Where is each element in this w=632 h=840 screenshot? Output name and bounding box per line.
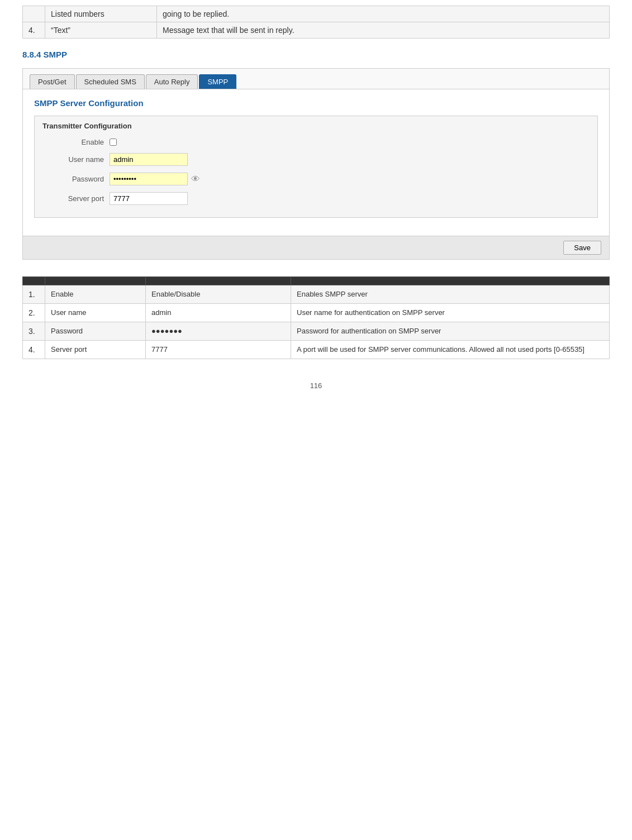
enable-checkbox[interactable] [110, 139, 117, 146]
row-description: User name for authentication on SMPP ser… [291, 304, 610, 322]
row-field-cell: “Text” [45, 22, 157, 39]
th-value [146, 277, 291, 285]
panel-title: SMPP Server Configuration [34, 98, 598, 108]
page-container: Listed numbers going to be replied. 4. “… [0, 0, 632, 412]
table-row: 3. Password ●●●●●●● Password for authent… [23, 322, 610, 341]
row-value: admin [146, 304, 291, 322]
row-desc-cell: Message text that will be sent in reply. [157, 22, 610, 39]
row-value: ●●●●●●● [146, 322, 291, 341]
config-box-title: Transmitter Configuration [42, 122, 590, 130]
table-row: 2. User name admin User name for authent… [23, 304, 610, 322]
row-field: Enable [45, 285, 146, 304]
tabs-bar: Post/Get Scheduled SMS Auto Reply SMPP [23, 69, 609, 89]
th-num [23, 277, 45, 285]
server-port-input[interactable] [110, 192, 188, 205]
row-description: A port will be used for SMPP server comm… [291, 341, 610, 359]
enable-label: Enable [42, 138, 110, 146]
row-num-cell [23, 6, 45, 22]
table-row: 1. Enable Enable/Disable Enables SMPP se… [23, 285, 610, 304]
table-row: 4. “Text” Message text that will be sent… [23, 22, 610, 39]
row-field: User name [45, 304, 146, 322]
row-num-cell: 4. [23, 22, 45, 39]
server-port-field: Server port [42, 192, 590, 205]
username-field: User name [42, 153, 590, 166]
row-num: 2. [23, 304, 45, 322]
row-desc-cell: going to be replied. [157, 6, 610, 22]
table-row: 4. Server port 7777 A port will be used … [23, 341, 610, 359]
row-num: 1. [23, 285, 45, 304]
row-value: Enable/Disable [146, 285, 291, 304]
save-button[interactable]: Save [563, 241, 601, 255]
tab-post-get[interactable]: Post/Get [30, 74, 75, 89]
eye-icon[interactable]: 👁 [191, 174, 200, 184]
password-wrapper: 👁 [110, 173, 200, 185]
ui-panel: Post/Get Scheduled SMS Auto Reply SMPP S… [22, 68, 610, 260]
username-label: User name [42, 155, 110, 164]
tab-auto-reply[interactable]: Auto Reply [146, 74, 198, 89]
server-port-label: Server port [42, 194, 110, 203]
panel-body: SMPP Server Configuration Transmitter Co… [23, 89, 609, 236]
section-heading: 8.8.4 SMPP [22, 50, 610, 59]
row-field-cell: Listed numbers [45, 6, 157, 22]
top-table: Listed numbers going to be replied. 4. “… [22, 6, 610, 39]
row-num: 4. [23, 341, 45, 359]
tab-smpp[interactable]: SMPP [199, 74, 236, 89]
th-description [291, 277, 610, 285]
desc-table: 1. Enable Enable/Disable Enables SMPP se… [22, 276, 610, 359]
row-description: Enables SMPP server [291, 285, 610, 304]
password-label: Password [42, 175, 110, 183]
row-field: Server port [45, 341, 146, 359]
config-box: Transmitter Configuration Enable User na… [34, 116, 598, 218]
row-field: Password [45, 322, 146, 341]
table-row: Listed numbers going to be replied. [23, 6, 610, 22]
enable-field: Enable [42, 138, 590, 146]
row-num: 3. [23, 322, 45, 341]
row-description: Password for authentication on SMPP serv… [291, 322, 610, 341]
table-header-row [23, 277, 610, 285]
password-field: Password 👁 [42, 173, 590, 185]
page-number: 116 [22, 381, 610, 390]
save-row: Save [23, 236, 609, 259]
tab-scheduled-sms[interactable]: Scheduled SMS [76, 74, 145, 89]
row-value: 7777 [146, 341, 291, 359]
th-field [45, 277, 146, 285]
password-input[interactable] [110, 173, 188, 185]
username-input[interactable] [110, 153, 188, 166]
